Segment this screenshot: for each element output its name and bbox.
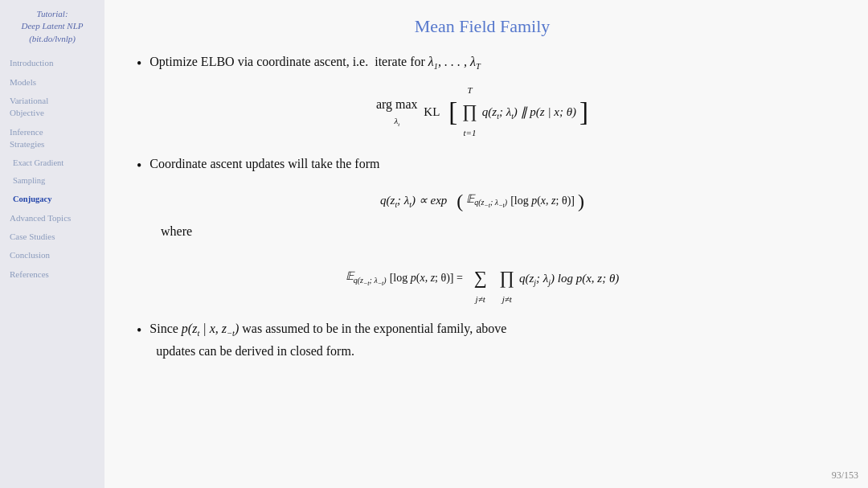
sidebar-item-conclusion[interactable]: Conclusion: [6, 247, 98, 264]
bullet-icon-2: •: [137, 154, 141, 178]
bullet-1: • Optimize ELBO via coordinate ascent, i…: [137, 51, 828, 76]
sidebar-item-variational[interactable]: Variational Objective: [6, 92, 98, 122]
bullet-icon-1: •: [137, 52, 141, 76]
math-lambda: λ1, . . . , λT: [428, 55, 481, 68]
slide-title: Mean Field Family: [137, 16, 828, 37]
left-bracket: [: [448, 91, 457, 133]
bullet-2: • Coordinate ascent updates will take th…: [137, 154, 828, 178]
where-label: where: [161, 221, 828, 242]
main-content: Mean Field Family • Optimize ELBO via co…: [104, 0, 868, 488]
sidebar-item-models[interactable]: Models: [6, 74, 98, 91]
math-block-3: 𝔼q(z−t; λ−t) [log p(x, z; θ)] = ∑ j≠t ∏ …: [137, 250, 828, 307]
bullet-icon-3: •: [137, 319, 141, 342]
bullet-3: • Since p(zt | x, z−t) was assumed to be…: [137, 318, 828, 361]
prod-expression-2: ∏ j≠t: [499, 250, 514, 307]
product-expression: T ∏ t=1: [462, 84, 477, 141]
sidebar-item-inference[interactable]: Inference Strategies: [6, 124, 98, 154]
sidebar-item-references[interactable]: References: [6, 266, 98, 283]
sidebar-item-exact-gradient[interactable]: Exact Gradient: [6, 155, 98, 172]
bullet-2-text: Coordinate ascent updates will take the …: [149, 154, 379, 174]
page-number: 93/153: [832, 470, 858, 482]
sidebar-item-advanced[interactable]: Advanced Topics: [6, 210, 98, 227]
right-bracket: ]: [579, 91, 588, 133]
math-block-2: q(zt; λt) ∝ exp ( 𝔼q(z−t; λ−t) [log p(x,…: [137, 186, 828, 216]
sidebar-item-introduction[interactable]: Introduction: [6, 55, 98, 72]
sidebar-item-sampling[interactable]: Sampling: [6, 173, 98, 190]
bullet-1-text: Optimize ELBO via coordinate ascent, i.e…: [149, 51, 480, 74]
math-block-1: arg max λt KL [ T ∏ t=1 q(zt; λt) ‖ p(z …: [137, 84, 828, 141]
prod-symbol: ∏: [462, 97, 477, 126]
sum-expression: ∑ j≠t: [474, 250, 487, 307]
q-zt-lambda: q(zt; λt) ‖ p(z | x; θ): [482, 102, 576, 123]
sidebar: Tutorial: Deep Latent NLP (bit.do/lvnlp)…: [0, 0, 104, 488]
sidebar-item-case-studies[interactable]: Case Studies: [6, 228, 98, 245]
bullet-3-text: Since p(zt | x, z−t) was assumed to be i…: [149, 318, 506, 361]
sidebar-title: Tutorial: Deep Latent NLP (bit.do/lvnlp): [6, 8, 98, 45]
content-area: • Optimize ELBO via coordinate ascent, i…: [137, 51, 828, 361]
sidebar-item-conjugacy[interactable]: Conjugacy: [6, 191, 98, 208]
